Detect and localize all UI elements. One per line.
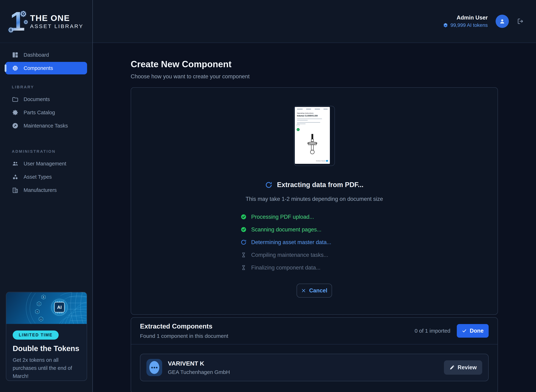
review-button[interactable]: Review <box>444 360 482 375</box>
logout-button[interactable] <box>517 18 524 25</box>
sidebar: 1 ⚙ ⚙ ⚙ THE ONE ASSET LIBRARY Dashboard … <box>0 0 93 392</box>
gear-icon: ⚙ <box>8 26 14 34</box>
gear-icon <box>12 109 18 116</box>
spinner-icon <box>241 239 247 245</box>
svg-text:Ξ: Ξ <box>38 303 40 305</box>
sidebar-item-documents[interactable]: Documents <box>5 93 87 106</box>
brand-mark-icon <box>326 160 328 162</box>
imported-status: 0 of 1 imported <box>415 328 450 334</box>
sidebar-item-label: Parts Catalog <box>24 110 55 116</box>
hourglass-icon <box>241 265 247 271</box>
pdf-eco-badge <box>297 128 300 131</box>
token-balance: 99,999 AI tokens <box>443 22 488 28</box>
logo-one-icon: 1 ⚙ ⚙ ⚙ <box>9 8 26 35</box>
check-circle-icon <box>241 214 247 220</box>
pdf-brand: Endress+Hauser <box>316 160 328 162</box>
done-label: Done <box>470 328 484 334</box>
pdf-preview: Operating Instructions Indumax CLS50D/CL… <box>295 107 330 164</box>
component-row[interactable]: VARIVENT K GEA Tuchenhagen GmbH Review <box>140 354 489 381</box>
extraction-status: Extracting data from PDF... <box>265 181 364 189</box>
sidebar-item-label: Dashboard <box>24 52 49 58</box>
step-label: Finalizing component data... <box>251 265 321 271</box>
sidebar-item-manufacturers[interactable]: Manufacturers <box>5 184 87 196</box>
extraction-status-subtitle: This may take 1-2 minutes depending on d… <box>246 196 383 202</box>
building-icon <box>12 187 18 193</box>
hourglass-icon <box>241 252 247 258</box>
user-block: Admin User 99,999 AI tokens <box>443 14 488 28</box>
step-label: Processing PDF upload... <box>251 214 314 220</box>
extracted-title: Extracted Components <box>140 323 228 330</box>
svg-text:₿: ₿ <box>42 296 44 299</box>
sidebar-section-library: LIBRARY <box>12 85 87 89</box>
logo-subtitle: ASSET LIBRARY <box>30 23 83 29</box>
step-label: Compiling maintenance tasks... <box>251 252 328 258</box>
sidebar-section-administration: ADMINISTRATION <box>12 149 87 154</box>
app-logo: 1 ⚙ ⚙ ⚙ THE ONE ASSET LIBRARY <box>0 0 92 43</box>
wrench-circle-icon <box>12 122 18 129</box>
user-avatar[interactable] <box>496 15 509 28</box>
sidebar-nav: Dashboard Components LIBRARY Documents P… <box>0 43 92 196</box>
promo-text: Get 2x tokens on all purchases until the… <box>13 356 80 380</box>
pdf-preview-frame: Operating Instructions Indumax CLS50D/CL… <box>294 106 335 166</box>
review-label: Review <box>458 364 477 371</box>
step-compiling-tasks: Compiling maintenance tasks... <box>241 249 331 261</box>
limited-time-badge: LIMITED TIME <box>13 331 59 340</box>
component-icon <box>146 359 162 376</box>
chip-icon <box>12 65 18 71</box>
extracted-subtitle: Found 1 component in this document <box>140 333 228 339</box>
page-subtitle: Choose how you want to create your compo… <box>131 73 498 80</box>
sidebar-item-label: User Management <box>24 161 66 167</box>
sidebar-item-dashboard[interactable]: Dashboard <box>5 49 87 61</box>
shapes-icon <box>12 173 18 180</box>
user-name: Admin User <box>457 14 488 21</box>
check-icon <box>462 328 467 333</box>
step-finalizing-data: Finalizing component data... <box>241 261 331 274</box>
sidebar-item-label: Manufacturers <box>24 187 57 193</box>
dashboard-icon <box>12 51 18 58</box>
pdf-doc-title: Indumax CLS50D/CLS50 <box>297 115 328 117</box>
ai-chip-label: AI <box>57 305 62 310</box>
sidebar-item-label: Components <box>24 65 53 71</box>
extraction-status-title: Extracting data from PDF... <box>277 181 364 189</box>
step-processing-upload: Processing PDF upload... <box>241 210 331 223</box>
divider <box>131 344 498 345</box>
folder-icon <box>12 96 18 103</box>
top-header: Admin User 99,999 AI tokens <box>93 0 536 43</box>
person-icon <box>499 18 506 25</box>
step-determining-master-data: Determining asset master data... <box>241 236 331 249</box>
promo-card: ₿Ξ≡∞ AI LIMITED TIME Double the Tokens G… <box>6 292 87 381</box>
pdf-sensor-drawing <box>307 134 318 157</box>
pencil-icon <box>449 365 454 370</box>
promo-ai-image: ₿Ξ≡∞ AI <box>6 292 87 324</box>
logout-icon <box>517 18 524 25</box>
logo-title: THE ONE <box>30 14 83 22</box>
svg-text:∞: ∞ <box>40 318 42 321</box>
sidebar-item-asset-types[interactable]: Asset Types <box>5 171 87 183</box>
close-icon <box>301 288 306 293</box>
component-manufacturer: GEA Tuchenhagen GmbH <box>168 369 230 375</box>
gear-icon: ⚙ <box>23 19 28 25</box>
spinner-icon <box>265 181 272 188</box>
extraction-card: Operating Instructions Indumax CLS50D/CL… <box>131 87 498 315</box>
cancel-button[interactable]: Cancel <box>297 284 332 298</box>
cancel-label: Cancel <box>309 287 327 294</box>
token-cube-icon <box>443 23 448 28</box>
pdf-doc-heading: Operating Instructions <box>297 112 328 114</box>
gear-icon: ⚙ <box>20 9 27 19</box>
ellipsis-bubble-icon <box>149 361 159 374</box>
step-scanning-pages: Scanning document pages... <box>241 223 331 236</box>
sidebar-item-maintenance-tasks[interactable]: Maintenance Tasks <box>5 119 87 132</box>
component-name: VARIVENT K <box>168 360 230 367</box>
sidebar-item-user-management[interactable]: User Management <box>5 157 87 170</box>
extraction-steps: Processing PDF upload... Scanning docume… <box>241 210 331 274</box>
sidebar-item-components[interactable]: Components <box>5 62 87 75</box>
done-button[interactable]: Done <box>457 324 489 338</box>
sidebar-item-label: Asset Types <box>24 174 52 180</box>
page-title: Create New Component <box>131 59 498 69</box>
users-icon <box>12 160 18 167</box>
step-label: Determining asset master data... <box>251 239 331 246</box>
token-balance-label: 99,999 AI tokens <box>450 22 488 28</box>
extracted-components-panel: Extracted Components Found 1 component i… <box>131 317 498 392</box>
promo-title: Double the Tokens <box>13 344 80 353</box>
sidebar-item-parts-catalog[interactable]: Parts Catalog <box>5 106 87 119</box>
